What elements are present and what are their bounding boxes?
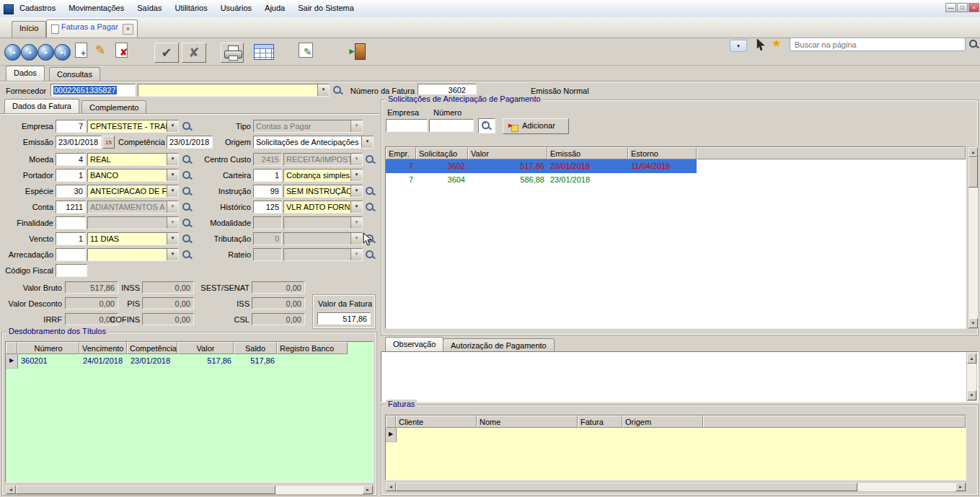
menu-usuarios[interactable]: Usuários bbox=[214, 0, 258, 14]
adicionar-button[interactable]: ► Adicionar bbox=[503, 118, 569, 134]
menu-movimentacoes[interactable]: Movimentações bbox=[62, 0, 131, 14]
arrecadacao-code-input[interactable] bbox=[56, 248, 86, 261]
tab-dados-fatura[interactable]: Dados da Fatura bbox=[4, 99, 79, 114]
arrecadacao-combo[interactable]: ▼ bbox=[87, 248, 179, 261]
tab-consultas[interactable]: Consultas bbox=[49, 67, 100, 82]
scroll-right-icon[interactable]: ► bbox=[955, 483, 966, 491]
scrollbar-thumb[interactable] bbox=[396, 483, 857, 491]
menu-utilitarios[interactable]: Utilitários bbox=[168, 0, 213, 14]
tributacao-label: Tributação bbox=[189, 234, 251, 243]
chevron-down-icon[interactable]: ▼ bbox=[167, 185, 178, 197]
print-button[interactable] bbox=[221, 43, 244, 63]
menu-cadastros[interactable]: Cadastros bbox=[13, 0, 62, 14]
chevron-down-icon[interactable]: ▼ bbox=[350, 170, 362, 181]
portador-combo[interactable]: BANCO ▼ bbox=[87, 169, 179, 182]
confirm-button[interactable]: ✔ bbox=[154, 43, 179, 63]
observacao-memo[interactable]: ▲ ▼ bbox=[381, 351, 979, 403]
delete-record-button[interactable]: ✘ bbox=[115, 43, 128, 59]
scroll-up-icon[interactable]: ▲ bbox=[968, 147, 978, 157]
menu-ajuda[interactable]: Ajuda bbox=[258, 0, 291, 14]
moeda-combo[interactable]: REAL ▼ bbox=[87, 153, 179, 166]
nav-first-button[interactable]: |◄ bbox=[4, 44, 21, 61]
scroll-left-icon[interactable]: ◄ bbox=[6, 485, 16, 494]
observacao-vscrollbar[interactable]: ▲ ▼ bbox=[966, 353, 977, 401]
zoom-search-button[interactable]: + bbox=[478, 118, 495, 133]
tab-close-icon[interactable]: × bbox=[123, 24, 133, 35]
empresa-code-input[interactable] bbox=[56, 120, 86, 133]
historico-combo[interactable]: VLR ADTO FORNEC ▼ bbox=[283, 201, 363, 214]
scroll-down-icon[interactable]: ▼ bbox=[968, 318, 978, 328]
vencto-code-input[interactable] bbox=[56, 232, 86, 245]
fornecedor-lookup-icon[interactable] bbox=[332, 85, 343, 96]
instrucao-lookup-icon[interactable] bbox=[365, 186, 376, 197]
finalidade-code-input[interactable] bbox=[56, 216, 86, 229]
historico-code-input[interactable] bbox=[253, 201, 282, 214]
chevron-down-icon[interactable]: ▼ bbox=[350, 201, 362, 213]
vencto-combo[interactable]: 11 DIAS ▼ bbox=[87, 232, 179, 245]
conta-code-input[interactable] bbox=[56, 201, 86, 214]
especie-code-input[interactable] bbox=[56, 185, 86, 198]
menu-saidas[interactable]: Saídas bbox=[131, 0, 168, 14]
restore-button[interactable]: □ bbox=[957, 3, 968, 12]
tab-autorizacao-pagamento[interactable]: Autorização de Pagamento bbox=[443, 338, 555, 352]
solicitacoes-numero-input[interactable] bbox=[429, 119, 474, 132]
table-row-selected[interactable]: 7 3602 517,86 23/01/2018 11/04/2019 bbox=[386, 159, 966, 173]
carteira-combo[interactable]: Cobrança simples-D ▼ bbox=[283, 169, 363, 182]
scroll-up-icon[interactable]: ▲ bbox=[967, 353, 976, 364]
tab-faturas-a-pagar[interactable]: Faturas a Pagar × bbox=[46, 19, 138, 38]
chevron-down-icon[interactable]: ▼ bbox=[361, 136, 373, 148]
solicitacoes-empresa-input[interactable] bbox=[386, 119, 428, 132]
scrollbar-thumb[interactable] bbox=[16, 485, 275, 494]
minimize-button[interactable]: — bbox=[945, 3, 956, 12]
chevron-down-icon[interactable]: ▼ bbox=[167, 120, 178, 132]
chevron-down-icon[interactable]: ▼ bbox=[167, 249, 178, 260]
fornecedor-code-input[interactable]: 00022651335827 bbox=[50, 84, 136, 97]
carteira-code-input[interactable] bbox=[253, 169, 282, 182]
faturas-hscrollbar[interactable]: ◄ ► bbox=[385, 482, 966, 492]
tab-dados[interactable]: Dados bbox=[6, 66, 45, 82]
cancel-button[interactable]: ✘ bbox=[182, 43, 206, 63]
moeda-code-input[interactable] bbox=[56, 153, 86, 166]
chevron-down-icon[interactable]: ▼ bbox=[167, 233, 178, 245]
scrollbar-thumb[interactable] bbox=[968, 157, 978, 188]
conta-combo-text: ADIANTAMENTOS A bbox=[88, 201, 167, 213]
tab-inicio[interactable]: Início bbox=[12, 21, 46, 38]
edit-record-button[interactable]: ✎ bbox=[95, 43, 105, 58]
portador-code-input[interactable] bbox=[56, 169, 86, 182]
close-button[interactable]: × bbox=[968, 3, 979, 12]
calendar-button[interactable]: 15 bbox=[102, 136, 115, 149]
historico-lookup-icon[interactable] bbox=[365, 202, 376, 213]
table-row[interactable]: ▶ bbox=[386, 428, 966, 442]
desdobramento-hscrollbar[interactable]: ◄ ► bbox=[5, 485, 374, 495]
fornecedor-combo[interactable]: ▼ bbox=[138, 84, 330, 97]
empresa-combo[interactable]: CPNTESTETE - TRANSPORTE ▼ bbox=[87, 120, 179, 133]
nav-last-button[interactable]: ►| bbox=[54, 44, 71, 61]
table-row[interactable]: 7 3604 586,88 23/01/2018 bbox=[386, 173, 966, 187]
codigo-fiscal-input[interactable] bbox=[56, 264, 87, 277]
solicitacoes-vscrollbar[interactable]: ▲ ▼ bbox=[968, 146, 979, 329]
emissao-date-input[interactable] bbox=[56, 136, 102, 149]
nav-next-button[interactable]: ► bbox=[37, 44, 54, 61]
chevron-down-icon[interactable]: ▼ bbox=[167, 170, 178, 181]
scroll-right-icon[interactable]: ► bbox=[363, 485, 373, 494]
new-record-button[interactable]: + bbox=[75, 43, 87, 59]
tab-observacao[interactable]: Observação bbox=[385, 337, 443, 352]
nav-prev-button[interactable]: ◄ bbox=[21, 44, 37, 61]
memo-edit-button[interactable]: ✎ bbox=[299, 43, 313, 59]
empresa-label: Empresa bbox=[0, 122, 53, 131]
rateio-lookup-icon[interactable] bbox=[365, 250, 376, 260]
modalidade-combo-text bbox=[284, 217, 350, 229]
scroll-down-icon[interactable]: ▼ bbox=[967, 390, 976, 400]
centro-custo-lookup-icon[interactable] bbox=[365, 154, 376, 165]
tab-complemento[interactable]: Complemento bbox=[81, 100, 146, 114]
chevron-down-icon[interactable]: ▼ bbox=[317, 84, 329, 96]
table-row[interactable]: ▶ 360201 24/01/2018 23/01/2018 517,86 51… bbox=[6, 354, 373, 369]
chevron-down-icon[interactable]: ▼ bbox=[167, 154, 178, 165]
instrucao-code-input[interactable] bbox=[253, 185, 282, 198]
instrucao-combo[interactable]: SEM INSTRUÇÃO ▼ bbox=[283, 185, 363, 198]
scroll-left-icon[interactable]: ◄ bbox=[386, 483, 396, 491]
chevron-down-icon[interactable]: ▼ bbox=[350, 185, 362, 197]
origem-combo[interactable]: Solicitações de Antecipações de ▼ bbox=[253, 136, 374, 149]
especie-combo[interactable]: ANTECIPACAO DE F ▼ bbox=[87, 185, 179, 198]
menu-sair[interactable]: Sair do Sistema bbox=[291, 0, 361, 14]
